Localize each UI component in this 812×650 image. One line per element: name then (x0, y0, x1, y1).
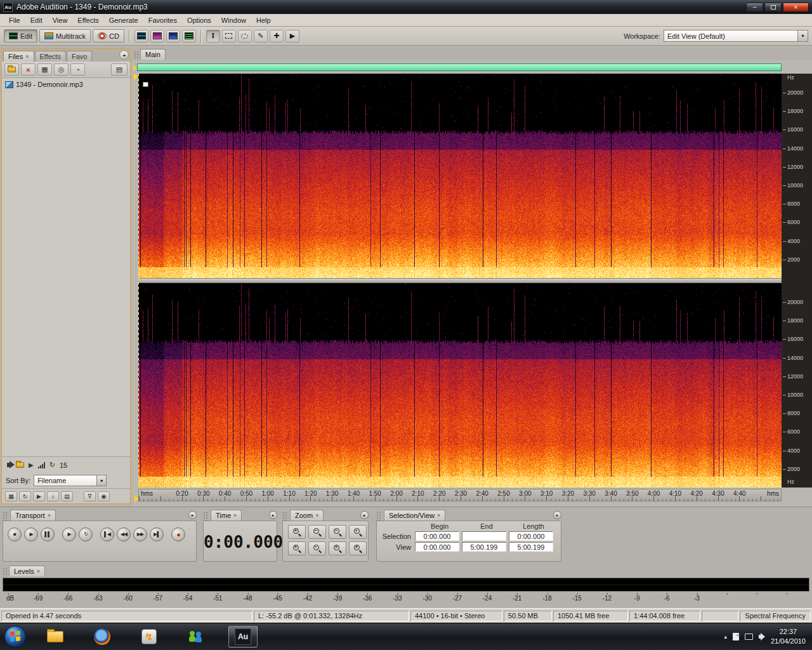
minimize-button[interactable]: – (746, 3, 763, 12)
time-selection-tool[interactable]: I (206, 30, 220, 43)
tab-selection-view[interactable]: Selection/View × (384, 510, 445, 521)
zoom-left-edge-button[interactable]: + (329, 541, 346, 555)
close-icon[interactable]: × (437, 512, 440, 519)
play-button[interactable]: ▶ (24, 527, 38, 541)
tab-levels[interactable]: Levels × (9, 566, 45, 576)
view-length-field[interactable]: 5:00.199 (509, 542, 553, 552)
taskbar-audition-button[interactable]: Au (228, 626, 258, 647)
overview-bar[interactable] (137, 63, 782, 71)
workspace-dropdown[interactable]: Edit View (Default) (664, 30, 798, 42)
edit-original-button[interactable]: ◔ (70, 63, 85, 76)
zoom-out-horizontal-button[interactable]: − (308, 525, 326, 539)
panel-menu-button[interactable]: ▸ (269, 511, 277, 519)
waveform-display-button[interactable] (134, 30, 148, 43)
frequency-scale[interactable]: HzHz200001800016000140001200010000800060… (782, 74, 812, 488)
insert-into-multitrack-button[interactable]: ▦ (37, 63, 52, 76)
advanced-options-button[interactable]: ▤ (111, 63, 128, 76)
taskbar-clock[interactable]: 22:37 21/04/2010 (771, 627, 806, 646)
view-end-field[interactable]: 5:00.199 (462, 542, 506, 552)
selection-length-field[interactable]: 0:00.000 (509, 531, 553, 541)
cd-view-button[interactable]: CD (93, 29, 124, 43)
zoom-to-selection-button[interactable]: ▪ (349, 525, 367, 539)
fast-forward-button[interactable]: ▶▶ (133, 527, 147, 541)
close-icon[interactable]: × (48, 512, 51, 519)
tab-files[interactable]: Files × (3, 51, 34, 62)
show-loop-files-toggle[interactable]: ↻ (19, 491, 31, 501)
import-file-button[interactable] (4, 63, 19, 76)
menu-help[interactable]: Help (251, 15, 276, 25)
lasso-selection-tool[interactable] (238, 30, 252, 43)
close-icon[interactable]: × (37, 568, 40, 574)
taskbar-winamp-button[interactable]: ↯ (134, 626, 164, 647)
zoom-in-horizontal-button[interactable]: + (288, 525, 306, 539)
play-looped-button[interactable]: ↻ (79, 527, 93, 541)
edit-view-button[interactable]: Edit (4, 29, 37, 43)
spectral-handle-left[interactable] (143, 82, 148, 87)
panel-menu-button[interactable]: ▸ (553, 511, 561, 519)
menu-favorites[interactable]: Favorites (143, 15, 182, 25)
tab-main[interactable]: Main (140, 49, 166, 60)
tab-favorites[interactable]: Favo (67, 51, 92, 62)
timeline-ruler[interactable]: hms hms 0:200:300:400:501:001:101:201:30… (138, 489, 782, 501)
zoom-out-vertical-button[interactable]: − (308, 541, 326, 555)
tab-zoom[interactable]: Zoom × (290, 510, 324, 521)
selection-end-field[interactable] (462, 531, 506, 541)
taskbar-messenger-button[interactable] (181, 626, 211, 647)
panel-gripper[interactable] (376, 512, 381, 521)
zoom-right-edge-button[interactable]: + (349, 541, 367, 555)
menu-window[interactable]: Window (216, 15, 251, 25)
show-video-files-toggle[interactable]: ▶ (33, 491, 45, 501)
preview-folder-icon[interactable] (16, 462, 24, 468)
menu-edit[interactable]: Edit (25, 15, 48, 25)
menu-options[interactable]: Options (182, 15, 216, 25)
panel-gripper[interactable] (282, 512, 287, 521)
taskbar-explorer-button[interactable] (41, 626, 70, 647)
close-icon[interactable]: × (315, 512, 318, 519)
close-file-button[interactable]: × (21, 63, 36, 76)
panel-gripper[interactable] (3, 512, 7, 521)
preview-speaker-icon[interactable] (7, 463, 11, 467)
close-icon[interactable]: × (233, 512, 237, 519)
spectral-frequency-display-button[interactable] (150, 30, 164, 43)
view-begin-field[interactable]: 0:00.000 (415, 542, 459, 552)
menu-view[interactable]: View (48, 15, 73, 25)
workspace-dropdown-arrow[interactable]: ▼ (798, 30, 808, 42)
marquee-selection-tool[interactable] (222, 30, 236, 43)
hidden-icons-chevron[interactable]: ▴ (724, 633, 727, 640)
stop-button[interactable]: ■ (8, 527, 22, 541)
zoom-out-full-button[interactable]: − (329, 525, 346, 539)
panel-menu-button[interactable]: ▸ (360, 511, 369, 519)
effects-paintbrush-tool[interactable]: ✎ (254, 30, 268, 43)
preview-play-button[interactable]: ▶ (29, 461, 34, 468)
preview-loop-button[interactable]: ↻ (49, 461, 55, 469)
taskbar-firefox-button[interactable] (88, 626, 117, 647)
panel-gripper[interactable] (203, 512, 207, 521)
play-from-cursor-button[interactable]: ▶ (62, 527, 76, 541)
tab-scroll-button[interactable]: ◂▸ (119, 50, 129, 60)
file-item[interactable]: 1349 - Demonoir.mp3 (3, 80, 129, 89)
sort-by-dropdown-arrow[interactable]: ▼ (97, 475, 107, 486)
spot-healing-brush-tool[interactable]: ✚ (270, 30, 284, 43)
channel-divider[interactable] (138, 278, 812, 283)
tab-effects[interactable]: Effects (35, 51, 66, 62)
start-button[interactable] (4, 625, 27, 648)
show-audio-files-toggle[interactable]: ▦ (5, 491, 17, 501)
menu-effects[interactable]: Effects (72, 15, 103, 25)
selection-begin-field[interactable]: 0:00.000 (415, 531, 459, 541)
network-tray-icon[interactable] (745, 633, 753, 640)
panel-menu-button[interactable]: ▸ (188, 511, 197, 519)
panel-gripper[interactable] (134, 51, 138, 60)
insert-into-cd-button[interactable]: ◎ (54, 63, 69, 76)
show-session-files-toggle[interactable]: ▤ (61, 491, 73, 501)
panel-gripper[interactable] (3, 567, 7, 576)
menu-generate[interactable]: Generate (104, 15, 143, 25)
tab-transport[interactable]: Transport × (10, 510, 56, 521)
sort-by-dropdown[interactable]: Filename (34, 475, 97, 486)
multitrack-view-button[interactable]: Multitrack (39, 29, 91, 43)
menu-file[interactable]: File (4, 15, 25, 25)
scrub-tool[interactable]: ▶ (285, 30, 299, 43)
close-button[interactable]: × (783, 3, 809, 12)
preview-volume-icon[interactable] (38, 462, 45, 468)
spectral-phase-display-button[interactable] (182, 30, 196, 43)
restore-button[interactable] (764, 3, 782, 12)
